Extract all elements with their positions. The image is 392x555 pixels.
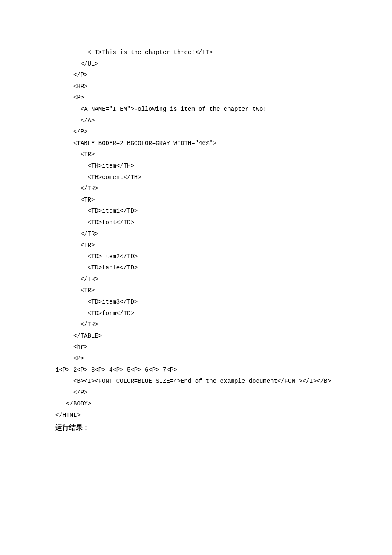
code-line: </TABLE> bbox=[55, 330, 337, 342]
code-line: <TD>item2</TD> bbox=[55, 251, 337, 263]
code-line: </TR> bbox=[55, 319, 337, 330]
code-line: <TH>coment</TH> bbox=[55, 172, 337, 183]
code-line: </HTML> bbox=[55, 410, 337, 421]
code-line: </TR> bbox=[55, 228, 337, 240]
document-page: <LI>This is the chapter three!</LI> </UL… bbox=[0, 0, 392, 555]
code-line: <LI>This is the chapter three!</LI> bbox=[55, 47, 337, 58]
code-line: </P> bbox=[55, 69, 337, 81]
code-line: <HR> bbox=[55, 81, 337, 92]
code-line: </BODY> bbox=[55, 398, 337, 410]
code-line: <TD>table</TD> bbox=[55, 262, 337, 274]
code-line: </A> bbox=[55, 115, 337, 127]
code-line: <P> bbox=[55, 92, 337, 104]
code-line: </TR> bbox=[55, 274, 337, 285]
code-line: <TD>form</TD> bbox=[55, 308, 337, 319]
code-block: <LI>This is the chapter three!</LI> </UL… bbox=[55, 47, 337, 421]
code-line: </P> bbox=[55, 387, 337, 399]
code-line: <TD>font</TD> bbox=[55, 217, 337, 228]
code-line: <TH>item</TH> bbox=[55, 160, 337, 172]
code-line: <TABLE BODER=2 BGCOLOR=GRAY WIDTH="40%"> bbox=[55, 138, 337, 149]
code-line: <TR> bbox=[55, 194, 337, 206]
code-line: </TR> bbox=[55, 183, 337, 194]
code-line: <TR> bbox=[55, 240, 337, 251]
code-line: </UL> bbox=[55, 58, 337, 70]
code-line: <P> bbox=[55, 353, 337, 364]
code-line: <TD>item1</TD> bbox=[55, 205, 337, 217]
code-line: 1<P> 2<P> 3<P> 4<P> 5<P> 6<P> 7<P> bbox=[55, 364, 337, 376]
code-line: </P> bbox=[55, 126, 337, 138]
code-line: <TD>item3</TD> bbox=[55, 296, 337, 308]
code-line: <TR> bbox=[55, 149, 337, 160]
code-line: <B><I><FONT COLOR=BLUE SIZE=4>End of the… bbox=[55, 376, 337, 387]
result-heading: 运行结果： bbox=[55, 421, 337, 434]
code-line: <TR> bbox=[55, 285, 337, 296]
code-line: <hr> bbox=[55, 341, 337, 353]
code-line: <A NAME="ITEM">Following is item of the … bbox=[55, 104, 337, 115]
